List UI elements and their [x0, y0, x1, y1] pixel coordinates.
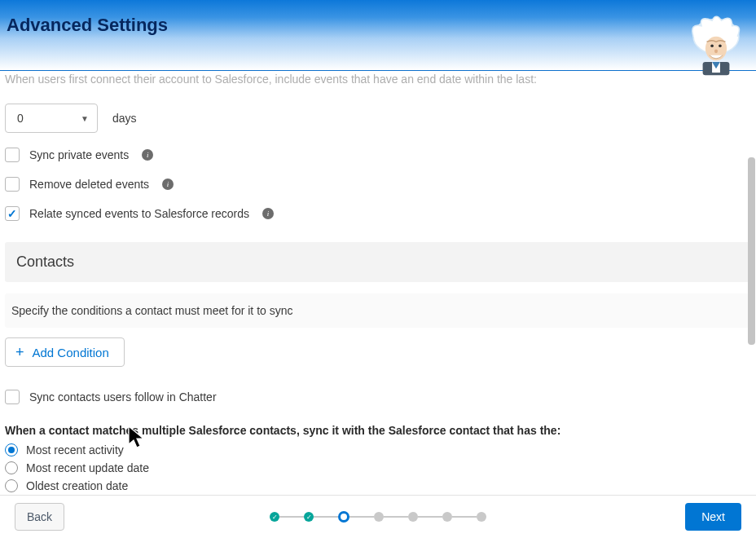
- sync-private-row: Sync private events i: [5, 148, 751, 162]
- scroll-thumb[interactable]: [748, 157, 755, 345]
- back-button[interactable]: Back: [15, 503, 64, 531]
- match-option-recent-activity: Most recent activity: [5, 443, 751, 456]
- contacts-instructions: Specify the conditions a contact must me…: [5, 293, 751, 328]
- info-icon[interactable]: i: [262, 208, 274, 219]
- step-line: [452, 516, 477, 518]
- step-line: [314, 516, 338, 518]
- step-5: [408, 512, 418, 522]
- add-condition-label: Add Condition: [33, 346, 109, 359]
- add-condition-button[interactable]: + Add Condition: [5, 337, 125, 367]
- radio-recent-activity[interactable]: [5, 443, 18, 456]
- events-helper-text: When users first connect their account t…: [5, 73, 751, 86]
- page-title: Advanced Settings: [7, 15, 756, 36]
- remove-deleted-checkbox[interactable]: [5, 177, 20, 192]
- radio-label: Oldest creation date: [26, 479, 128, 492]
- info-icon[interactable]: i: [162, 179, 174, 190]
- step-line: [418, 516, 442, 518]
- chevron-down-icon: ▼: [81, 114, 89, 123]
- scrollbar[interactable]: [748, 72, 755, 492]
- relate-synced-row: Relate synced events to Salesforce recor…: [5, 206, 751, 221]
- remove-deleted-label: Remove deleted events: [29, 178, 149, 191]
- sync-private-checkbox[interactable]: [5, 148, 20, 162]
- days-unit-label: days: [112, 112, 137, 125]
- einstein-mascot-icon: [683, 8, 749, 78]
- days-row: 0 ▼ days: [5, 104, 751, 133]
- sync-chatter-checkbox[interactable]: [5, 390, 20, 404]
- radio-label: Most recent activity: [26, 443, 124, 456]
- step-2: [304, 512, 314, 522]
- step-4: [374, 512, 384, 522]
- remove-deleted-row: Remove deleted events i: [5, 177, 751, 192]
- match-radio-group: Most recent activity Most recent update …: [5, 443, 751, 492]
- step-7: [477, 512, 486, 522]
- days-value: 0: [17, 112, 24, 125]
- match-option-recent-update: Most recent update date: [5, 461, 751, 474]
- plus-icon: +: [15, 345, 24, 359]
- relate-synced-checkbox[interactable]: [5, 206, 20, 221]
- radio-label: Most recent update date: [26, 461, 149, 474]
- info-icon[interactable]: i: [142, 149, 153, 161]
- step-line: [384, 516, 408, 518]
- relate-synced-label: Relate synced events to Salesforce recor…: [29, 207, 249, 220]
- step-3-current: [338, 511, 349, 523]
- next-button[interactable]: Next: [685, 503, 741, 531]
- modal-header: Advanced Settings: [0, 0, 756, 71]
- radio-oldest-creation[interactable]: [5, 479, 18, 492]
- step-6: [442, 512, 452, 522]
- content-area: When users first connect their account t…: [0, 71, 756, 495]
- step-line: [279, 516, 304, 518]
- step-1: [270, 512, 279, 522]
- svg-point-2: [710, 44, 714, 47]
- svg-point-3: [719, 44, 722, 47]
- days-dropdown[interactable]: 0 ▼: [5, 104, 98, 133]
- match-heading: When a contact matches multiple Salesfor…: [5, 424, 751, 437]
- svg-point-4: [714, 49, 718, 53]
- sync-private-label: Sync private events: [29, 148, 129, 161]
- match-option-oldest-creation: Oldest creation date: [5, 479, 751, 492]
- progress-stepper: [270, 511, 486, 523]
- contacts-section-header: Contacts: [5, 242, 751, 282]
- modal-footer: Back Next: [0, 495, 756, 538]
- radio-recent-update[interactable]: [5, 461, 18, 474]
- sync-chatter-row: Sync contacts users follow in Chatter: [5, 390, 751, 404]
- sync-chatter-label: Sync contacts users follow in Chatter: [29, 390, 217, 404]
- step-line: [349, 516, 374, 518]
